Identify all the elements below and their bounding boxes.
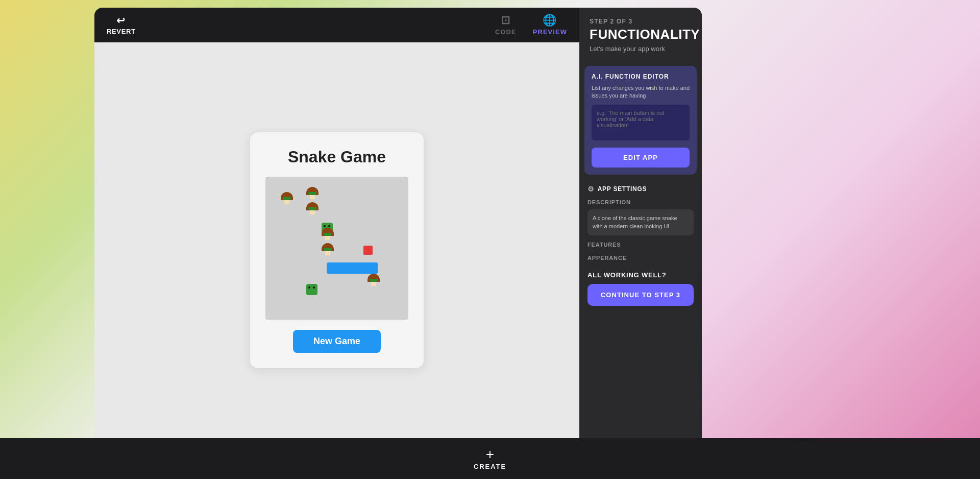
ai-editor-section: A.I. FUNCTION EDITOR List any changes yo… [584,66,697,175]
game-title: Snake Game [288,148,386,166]
settings-label: APP SETTINGS [598,185,647,193]
mushroom-stem-1 [284,200,289,204]
create-plus-icon: + [486,447,494,462]
code-tab-label: CODE [495,28,517,36]
description-box: A clone of the classic game snake with a… [587,209,694,235]
obstacle-2 [306,187,318,199]
snake-eyes-2 [308,286,315,289]
main-container: ↩ REVERT ⊡ CODE 🌐 PREVIEW Snake Game [94,8,980,479]
obstacle-1 [281,192,293,204]
edit-app-button[interactable]: EDIT APP [592,148,690,167]
app-settings-section: ⚙ APP SETTINGS DESCRIPTION A clone of th… [579,180,702,266]
snake-body-2 [306,284,317,295]
mushroom-stem-2 [310,195,315,199]
mushroom-cap-2 [306,187,318,195]
snake-eye-right-2 [313,286,315,289]
revert-label: REVERT [107,28,136,35]
obstacle-6 [368,274,380,286]
mushroom-cap-1 [281,192,293,200]
food [363,246,373,255]
revert-button[interactable]: ↩ REVERT [107,14,136,35]
create-bar: + CREATE [0,438,980,479]
snake-eye-right-1 [328,225,330,227]
toolbar: ↩ REVERT ⊡ CODE 🌐 PREVIEW [94,8,579,42]
game-canvas [265,177,408,320]
preview-icon: 🌐 [543,14,557,27]
preview-panel: ↩ REVERT ⊡ CODE 🌐 PREVIEW Snake Game [94,8,579,479]
preview-tab-label: PREVIEW [533,28,567,36]
platform [327,262,378,274]
revert-icon: ↩ [116,14,126,27]
mushroom-stem-5 [325,251,330,255]
code-tab[interactable]: ⊡ CODE [495,14,517,36]
mushroom-cap-6 [368,274,380,282]
obstacle-3 [306,202,318,214]
continue-button[interactable]: CONTINUE TO STEP 3 [587,284,694,306]
ai-editor-title: A.I. FUNCTION EDITOR [592,73,690,80]
mushroom-stem-4 [325,236,330,240]
working-title: ALL WORKING WELL? [587,271,694,279]
snake-eye-left-2 [308,286,310,289]
toolbar-right: ⊡ CODE 🌐 PREVIEW [495,14,567,36]
mushroom-cap-5 [322,243,334,251]
snake-head-2 [306,284,317,295]
step-subtitle: Let's make your app work [590,45,692,53]
ai-editor-textarea[interactable] [592,105,690,140]
description-label: DESCRIPTION [587,199,694,205]
snake-eyes-1 [324,225,330,227]
preview-content: Snake Game [94,42,579,458]
right-sidebar: STEP 2 OF 3 FUNCTIONALITY Let's make you… [579,8,702,479]
mushroom-cap-3 [306,202,318,210]
mushroom-cap-4 [322,228,334,236]
obstacle-5 [322,243,334,255]
step-label: STEP 2 OF 3 [590,18,692,25]
create-label[interactable]: CREATE [474,463,506,470]
settings-header: ⚙ APP SETTINGS [587,185,694,193]
mushroom-stem-3 [310,210,315,214]
preview-tab[interactable]: 🌐 PREVIEW [533,14,567,36]
appearance-label: APPERANCE [587,255,694,261]
step-header: STEP 2 OF 3 FUNCTIONALITY Let's make you… [579,8,702,61]
mushroom-stem-6 [371,282,376,286]
code-icon: ⊡ [501,14,510,27]
game-card: Snake Game [250,132,424,368]
working-section: ALL WORKING WELL? CONTINUE TO STEP 3 [579,266,702,313]
settings-gear-icon: ⚙ [587,185,595,193]
features-label: FEATURES [587,242,694,248]
new-game-button[interactable]: New Game [293,330,381,353]
step-title: FUNCTIONALITY [590,27,692,42]
ai-editor-desc: List any changes you wish to make and is… [592,84,690,100]
obstacle-4 [322,228,334,240]
snake-eye-left-1 [324,225,326,227]
